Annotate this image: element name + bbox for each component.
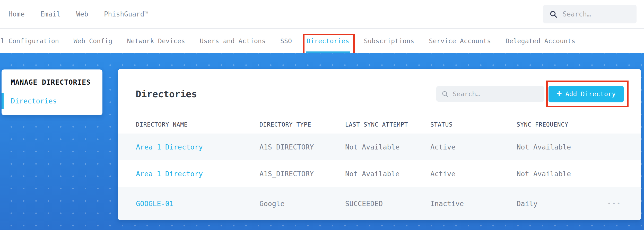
column-header-directory-type: DIRECTORY TYPE [259,121,345,128]
directories-search-box[interactable] [436,86,544,102]
directories-panel: Directories + Add Directory DIRECTORY NA… [118,69,641,220]
table-header: DIRECTORY NAME DIRECTORY TYPE LAST SYNC … [118,115,641,134]
tab-delegated-accounts[interactable]: Delegated Accounts [506,29,575,53]
manage-directories-card: MANAGE DIRECTORIES Directories [2,69,102,115]
directory-type-cell: Google [259,200,345,208]
tab-subscriptions[interactable]: Subscriptions [364,29,414,53]
last-sync-cell: SUCCEEDED [345,200,430,208]
directory-name-link[interactable]: Area 1 Directory [136,170,259,178]
card-title: MANAGE DIRECTORIES [11,78,102,86]
table-row: Area 1 Directory A1S_DIRECTORY Not Avail… [118,134,641,160]
table-row: GOOGLE-01 Google SUCCEEDED Inactive Dail… [118,187,641,220]
sync-frequency-cell: Not Available [517,143,607,151]
sync-frequency-cell: Daily [517,200,607,208]
nav-item-email[interactable]: Email [40,10,60,18]
directory-name-link[interactable]: Area 1 Directory [136,143,259,151]
tab-email-configuration[interactable]: l Configuration [1,29,59,53]
directory-type-cell: A1S_DIRECTORY [259,170,345,178]
global-search-box[interactable] [543,5,637,23]
column-header-directory-name: DIRECTORY NAME [136,121,259,128]
page-title: Directories [136,89,197,99]
top-bar: Home Email Web PhishGuard™ [0,0,644,29]
search-icon [441,90,449,98]
nav-item-home[interactable]: Home [8,10,25,18]
add-directory-button-wrap: + Add Directory [549,86,624,102]
primary-nav: Home Email Web PhishGuard™ [8,10,148,18]
more-menu-icon[interactable]: ••• [607,201,641,207]
directory-type-cell: A1S_DIRECTORY [259,143,345,151]
sidebar-item-directories[interactable]: Directories [2,93,102,109]
column-header-last-sync-attempt: LAST SYNC ATTEMPT [345,121,430,128]
active-tab-underline [306,51,350,53]
add-directory-button[interactable]: + Add Directory [549,86,624,102]
nav-item-web[interactable]: Web [76,10,88,18]
directory-name-link[interactable]: GOOGLE-01 [136,200,259,208]
status-cell: Active [430,170,517,178]
last-sync-cell: Not Available [345,143,430,151]
tab-sso[interactable]: SSO [280,29,292,53]
status-cell: Active [430,143,517,151]
content-background: MANAGE DIRECTORIES Directories Directori… [0,53,644,230]
plus-icon: + [556,89,562,98]
table-row: Area 1 Directory A1S_DIRECTORY Not Avail… [118,160,641,187]
panel-header: Directories + Add Directory [118,69,641,115]
tab-web-config[interactable]: Web Config [74,29,112,53]
last-sync-cell: Not Available [345,170,430,178]
settings-tab-bar: l Configuration Web Config Network Devic… [0,29,644,53]
tab-users-and-actions[interactable]: Users and Actions [200,29,266,53]
tab-service-accounts[interactable]: Service Accounts [429,29,491,53]
search-icon [549,10,558,18]
directories-search-input[interactable] [453,90,539,98]
global-search-input[interactable] [563,10,630,18]
sync-frequency-cell: Not Available [517,170,607,178]
status-cell: Inactive [430,200,517,208]
tab-directories[interactable]: Directories [307,29,349,53]
column-header-sync-frequency: SYNC FREQUENCY [517,121,607,128]
tab-network-devices[interactable]: Network Devices [127,29,185,53]
column-header-status: STATUS [430,121,517,128]
nav-item-phishguard[interactable]: PhishGuard™ [104,10,148,18]
